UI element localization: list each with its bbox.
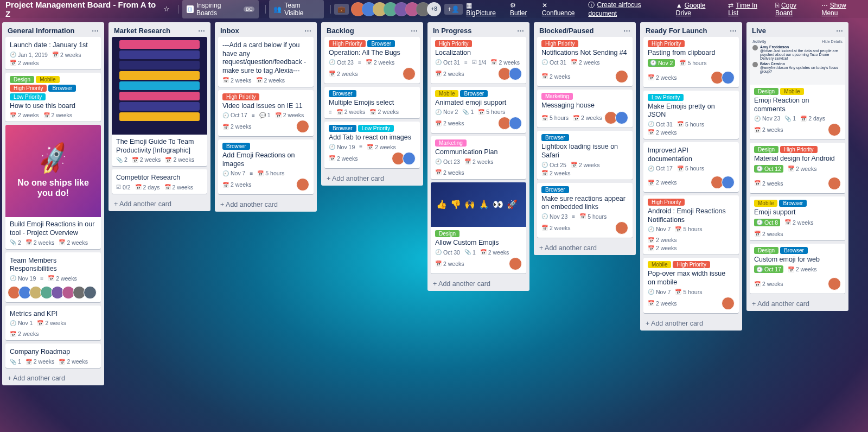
card-members[interactable] — [298, 120, 309, 133]
card[interactable]: 🚀No one ships like you do!Build Emoji Re… — [5, 125, 101, 249]
powerup-time-in-list[interactable]: ⇄Time In List — [728, 2, 768, 17]
member-avatar[interactable] — [296, 178, 309, 191]
card-members[interactable] — [713, 71, 735, 84]
list-header[interactable]: General Information⋯ — [2, 22, 104, 37]
member-avatar[interactable] — [722, 176, 735, 189]
member-avatar[interactable] — [828, 177, 841, 190]
label-browser[interactable]: Browser — [329, 125, 356, 132]
add-card-button[interactable]: + Add another card — [640, 316, 742, 331]
card[interactable]: High PriorityNotifications Not Sending #… — [537, 37, 633, 86]
card[interactable]: BrowserMake sure reactions appear on emb… — [537, 183, 633, 238]
add-card-button[interactable]: + Add another card — [321, 171, 423, 186]
card-members[interactable] — [617, 70, 628, 83]
card[interactable]: MarketingCommunication Plan🕘 Oct 23📅 2 w… — [431, 136, 526, 179]
card-members[interactable] — [298, 178, 309, 191]
board-title[interactable]: Project Management Board - From A to Z — [5, 0, 158, 18]
card[interactable]: BrowserAdd Emoji Reactions on images🕘 No… — [218, 139, 314, 194]
label-high-priority[interactable]: High Priority — [435, 40, 472, 47]
label-browser[interactable]: Browser — [541, 186, 569, 193]
card-members[interactable] — [394, 152, 416, 165]
briefcase-button[interactable]: 💼 — [334, 4, 349, 15]
member-avatar[interactable] — [509, 67, 522, 80]
card-members[interactable] — [607, 111, 628, 124]
card[interactable]: BrowserLightbox loading issue on Safari🕘… — [537, 131, 633, 179]
card[interactable]: DesignBrowserCustom emoji for web🕘Oct 17… — [750, 244, 845, 294]
label-high-priority[interactable]: High Priority — [648, 40, 685, 47]
label-browser[interactable]: Browser — [779, 200, 807, 207]
card[interactable]: DesignMobileHigh PriorityBrowserLow Prio… — [5, 73, 101, 122]
show-menu-button[interactable]: ⋯ Show Menu — [821, 2, 863, 17]
label-design[interactable]: Design — [10, 76, 34, 83]
card[interactable]: High PriorityAndroid : Emoji Reactions N… — [643, 195, 739, 255]
list-header[interactable]: Inbox⋯ — [215, 22, 317, 37]
list-header[interactable]: Blocked/Paused⋯ — [534, 22, 636, 37]
label-browser[interactable]: Browser — [48, 85, 76, 92]
add-card-button[interactable]: + Add another card — [2, 371, 104, 385]
label-high-priority[interactable]: High Priority — [648, 199, 685, 206]
member-overflow[interactable]: +8 — [427, 2, 441, 16]
member-avatar[interactable] — [615, 111, 628, 124]
label-mobile[interactable]: Mobile — [754, 200, 777, 207]
member-avatar[interactable] — [403, 152, 416, 165]
inspiring-boards-button[interactable]: ◫ Inspiring Boards BC — [182, 0, 259, 18]
list-menu-icon[interactable]: ⋯ — [730, 27, 737, 35]
list-header[interactable]: Ready For Launch⋯ — [640, 22, 742, 37]
card-members[interactable] — [500, 117, 522, 130]
label-browser[interactable]: Browser — [541, 134, 569, 141]
visibility-button[interactable]: 👥 Team Visible — [269, 0, 324, 18]
label-browser[interactable]: Browser — [222, 143, 250, 150]
powerup-confluence[interactable]: ✕Confluence — [542, 2, 581, 17]
member-avatar[interactable] — [722, 71, 735, 84]
card-members[interactable] — [405, 67, 416, 80]
label-design[interactable]: Design — [754, 146, 778, 153]
card[interactable]: Company Roadmap📎 1📅 2 weeks📅 2 weeks — [5, 344, 101, 368]
list-menu-icon[interactable]: ⋯ — [836, 27, 843, 35]
card-members[interactable] — [724, 297, 735, 310]
card[interactable]: Competitor Research☑ 0/2📅 2 days📅 2 week… — [112, 169, 207, 194]
label-mobile[interactable]: Mobile — [780, 88, 803, 95]
card[interactable]: The Emoji Guide To Team Productivity [In… — [112, 37, 207, 166]
card[interactable]: High PriorityLocalization🕘 Oct 31≡☑ 1/4📅… — [431, 37, 526, 84]
powerup-create-airfocus-document[interactable]: ⓘCreate airfocus document — [588, 1, 668, 17]
label-low-priority[interactable]: Low Priority — [10, 93, 46, 100]
star-icon[interactable]: ☆ — [163, 5, 170, 13]
list-header[interactable]: In Progress⋯ — [427, 22, 529, 37]
label-design[interactable]: Design — [435, 230, 459, 237]
card[interactable]: Improved API documentation🕘 Oct 17📅 5 ho… — [643, 142, 739, 192]
card[interactable]: MarketingMessaging house📅 5 hours📅 2 wee… — [537, 90, 633, 128]
card-members[interactable] — [10, 286, 97, 299]
member-avatar[interactable] — [509, 117, 522, 130]
label-low-priority[interactable]: Low Priority — [648, 94, 684, 101]
card-members[interactable] — [830, 123, 841, 136]
label-marketing[interactable]: Marketing — [541, 93, 573, 100]
label-marketing[interactable]: Marketing — [435, 139, 467, 147]
card[interactable]: ---Add a card below if you have any requ… — [218, 37, 314, 87]
member-avatar[interactable] — [615, 221, 628, 234]
list-menu-icon[interactable]: ⋯ — [411, 27, 418, 35]
card[interactable]: BrowserLow PriorityAdd Tab to react on i… — [324, 122, 420, 168]
label-high-priority[interactable]: High Priority — [673, 261, 710, 268]
label-low-priority[interactable]: Low Priority — [358, 125, 394, 132]
card[interactable]: MobileBrowserAnimated emoji support🕘 Nov… — [431, 87, 526, 134]
member-avatar[interactable] — [828, 123, 841, 136]
add-card-button[interactable]: + Add another card — [746, 297, 848, 311]
card-members[interactable] — [500, 67, 522, 80]
card[interactable]: BrowserMultiple Emojis select≡📅 2 weeks📅… — [324, 87, 420, 119]
member-avatar[interactable] — [296, 120, 309, 133]
card[interactable]: MobileBrowserEmoji support🕘Oct 8📅 2 week… — [750, 196, 845, 240]
label-browser[interactable]: Browser — [460, 90, 488, 97]
card[interactable]: Metrics and KPI🕘 Nov 1📅 2 weeks📅 2 weeks — [5, 306, 101, 341]
label-high-priority[interactable]: High Priority — [780, 146, 817, 153]
card[interactable]: ActivityHide DetailsAmy Freddoson@brian … — [750, 37, 845, 139]
card[interactable]: Launch date : January 1st🕘 Jan 1, 2019📅 … — [5, 37, 101, 69]
card-members[interactable] — [713, 176, 735, 189]
card[interactable]: High PriorityPasting from clipboard🕘Nov … — [643, 37, 739, 87]
label-browser[interactable]: Browser — [329, 90, 356, 97]
card[interactable]: DesignHigh PriorityMaterial design for A… — [750, 143, 845, 193]
card-members[interactable] — [511, 257, 522, 270]
card[interactable]: High PriorityVideo load issues on IE 11🕘… — [218, 90, 314, 137]
card[interactable]: Team Members Responsibilities🕘 Nov 19≡📅 … — [5, 252, 101, 302]
list-header[interactable]: Live⋯ — [746, 22, 848, 37]
card-members[interactable] — [830, 277, 841, 290]
add-card-button[interactable]: + Add another card — [108, 197, 210, 211]
